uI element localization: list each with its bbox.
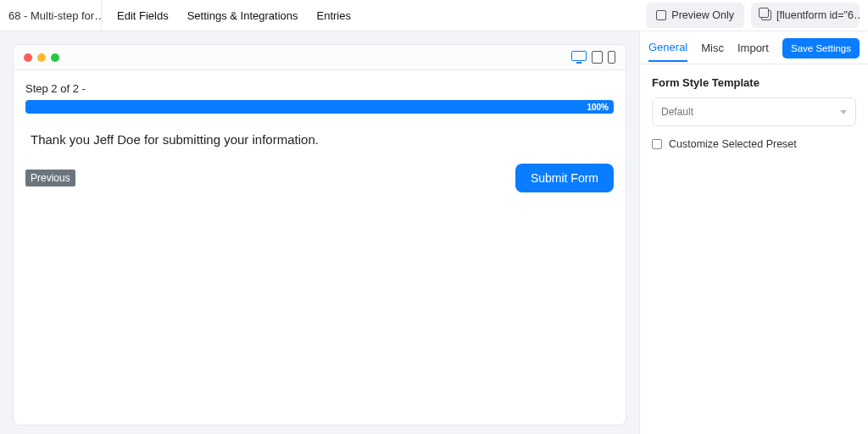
step-indicator: Step 2 of 2 - bbox=[25, 82, 614, 95]
submit-button[interactable]: Submit Form bbox=[515, 164, 614, 192]
form-style-template-label: Form Style Template bbox=[652, 76, 856, 89]
canvas-area: Step 2 of 2 - 100% Thank you Jeff Doe fo… bbox=[0, 31, 639, 434]
copy-icon bbox=[761, 10, 771, 20]
traffic-yellow-icon bbox=[37, 53, 46, 62]
preview-only-toggle[interactable]: Preview Only bbox=[646, 3, 744, 28]
traffic-green-icon bbox=[51, 53, 59, 62]
sidebar-body: Form Style Template Default Customize Se… bbox=[640, 64, 868, 162]
canvas-header bbox=[14, 45, 626, 70]
form-navigation: Previous Submit Form bbox=[25, 164, 614, 192]
device-tablet-icon[interactable] bbox=[592, 51, 603, 64]
save-settings-button[interactable]: Save Settings bbox=[782, 38, 860, 58]
sidebar-tabs: General Misc Import Save Settings bbox=[640, 31, 868, 64]
progress-bar: 100% bbox=[25, 100, 614, 114]
shortcode-text: [fluentform id="6… bbox=[776, 9, 860, 21]
confirmation-message: Thank you Jeff Doe for submitting your i… bbox=[25, 129, 614, 164]
settings-sidebar: General Misc Import Save Settings Form S… bbox=[639, 31, 868, 434]
customize-preset-checkbox[interactable] bbox=[652, 139, 662, 149]
top-bar: 68 - Multi-step for… Edit Fields Setting… bbox=[0, 0, 868, 31]
preview-only-label: Preview Only bbox=[671, 9, 734, 21]
customize-preset-label: Customize Selected Preset bbox=[669, 138, 797, 150]
device-mobile-icon[interactable] bbox=[608, 51, 615, 64]
checkbox-icon bbox=[656, 10, 666, 20]
previous-button[interactable]: Previous bbox=[25, 170, 75, 186]
chevron-down-icon bbox=[840, 110, 847, 114]
nav-edit-fields[interactable]: Edit Fields bbox=[117, 9, 169, 22]
nav-entries[interactable]: Entries bbox=[317, 9, 351, 22]
shortcode-copy[interactable]: [fluentform id="6… bbox=[751, 3, 860, 28]
progress-fill: 100% bbox=[25, 100, 614, 114]
device-switcher bbox=[571, 51, 615, 64]
device-desktop-icon[interactable] bbox=[571, 51, 587, 61]
window-traffic-lights bbox=[24, 53, 59, 62]
customize-preset-row[interactable]: Customize Selected Preset bbox=[652, 138, 856, 150]
nav-settings-integrations[interactable]: Settings & Integrations bbox=[187, 9, 298, 22]
style-template-select[interactable]: Default bbox=[652, 97, 856, 126]
traffic-red-icon bbox=[24, 53, 32, 62]
top-actions: Preview Only [fluentform id="6… bbox=[646, 3, 868, 28]
tab-misc[interactable]: Misc bbox=[701, 42, 724, 61]
progress-text: 100% bbox=[587, 103, 609, 112]
tab-import[interactable]: Import bbox=[737, 42, 769, 61]
style-template-value: Default bbox=[661, 106, 693, 118]
form-title[interactable]: 68 - Multi-step for… bbox=[0, 0, 102, 31]
top-nav: Edit Fields Settings & Integrations Entr… bbox=[102, 9, 351, 22]
preview-canvas: Step 2 of 2 - 100% Thank you Jeff Doe fo… bbox=[13, 44, 626, 426]
tab-general[interactable]: General bbox=[648, 41, 687, 62]
form-preview-body: Step 2 of 2 - 100% Thank you Jeff Doe fo… bbox=[14, 70, 626, 204]
